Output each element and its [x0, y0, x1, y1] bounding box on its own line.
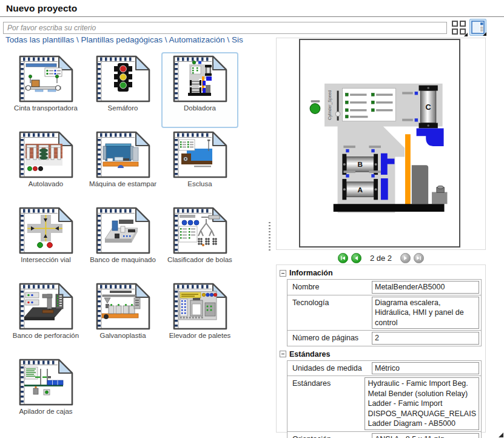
pager: 2 de 2 [276, 251, 486, 264]
breadcrumb-item-pedagogicas[interactable]: Plantillas pedagógicas [81, 35, 163, 44]
property-label: Orientación [287, 432, 370, 438]
template-label: Cinta transportadora [14, 104, 78, 113]
template-label: Semáforo [108, 104, 138, 113]
collapse-icon[interactable] [280, 351, 286, 357]
property-row-unidades: Unidades de medida Métrico [287, 361, 481, 377]
property-value-nombre[interactable]: MetalBenderAB5000 [372, 281, 479, 294]
section-header-estandares[interactable]: Estándares [280, 350, 482, 359]
preview-sheet: Cylinder_Speed C [299, 39, 460, 248]
first-page-button[interactable] [338, 253, 348, 263]
search-input[interactable] [3, 22, 447, 34]
template-label: Intersección vial [21, 255, 70, 264]
thumbnail-clasificador-bolas [171, 206, 229, 255]
details-view-button[interactable] [469, 19, 486, 36]
template-label: Dobladora [184, 104, 216, 113]
property-value-numero-paginas[interactable]: 2 [372, 332, 479, 345]
page-indicator: 2 de 2 [370, 254, 392, 263]
preview-panel: Cylinder_Speed C [276, 38, 486, 250]
property-value-estandares[interactable]: Hydraulic - Famic Import Beg. Metal Bend… [365, 377, 479, 430]
template-label: Máquina de estampar [89, 180, 156, 189]
thumbnail-autolavado [17, 130, 75, 179]
template-item-banco-de-perforacion[interactable]: Banco de perforación [7, 280, 84, 355]
property-label: Tecnología [287, 295, 370, 331]
breadcrumb-separator: \ [225, 35, 232, 44]
prev-page-icon [353, 255, 360, 261]
breadcrumb-item-sis[interactable]: Sis [232, 35, 243, 44]
template-grid: Cinta transportadora Semáforo [7, 52, 238, 431]
breadcrumb-separator: \ [74, 35, 81, 44]
template-item-semaforo[interactable]: Semáforo [84, 52, 161, 128]
template-item-interseccion-vial[interactable]: Intersección vial [7, 204, 84, 280]
property-label: Estándares [287, 376, 363, 431]
property-row-estandares: Estándares Hydraulic - Famic Import Beg.… [287, 376, 481, 432]
template-label: Clasificador de bolas [167, 255, 232, 264]
breadcrumb-item-todas[interactable]: Todas las plantillas [5, 35, 74, 44]
template-label: Esclusa [187, 180, 212, 189]
title-divider [0, 16, 504, 17]
template-item-elevador-de-paletes[interactable]: Elevador de paletes [161, 280, 238, 355]
thumbnail-apilador-cajas [17, 358, 75, 406]
property-value-orientacion[interactable]: ANSI A - 8.5 x 11 plg (Vertical) [372, 433, 479, 438]
template-label: Apilador de cajas [19, 407, 72, 416]
template-label: Banco de perforación [13, 331, 79, 340]
cylinder-b-label: B [357, 160, 362, 168]
preview-scene: Cylinder_Speed C [300, 40, 459, 246]
template-item-esclusa[interactable]: Esclusa [161, 128, 238, 204]
template-item-autolavado[interactable]: Autolavado [7, 128, 84, 204]
thumbnail-banco-maquinado [94, 206, 152, 255]
cylinder-a-label: A [357, 186, 363, 194]
collapse-icon[interactable] [280, 270, 286, 277]
thumbnail-interseccion-vial [17, 206, 75, 255]
section-title: Estándares [289, 350, 330, 359]
thumbnail-cinta-transportadora [17, 55, 75, 103]
template-label: Autolavado [29, 180, 64, 189]
breadcrumb-item-automatizacion[interactable]: Automatización [169, 35, 224, 44]
informacion-table: Nombre MetalBenderAB5000 Tecnología Diag… [287, 279, 482, 346]
property-row-numero-paginas: Número de páginas 2 [287, 331, 481, 346]
preview-and-properties-panel: Cylinder_Speed C [276, 38, 486, 433]
properties-panel: Información Nombre MetalBenderAB5000 Tec… [276, 264, 486, 433]
section-header-informacion[interactable]: Información [280, 269, 482, 277]
template-item-maquina-de-estampar[interactable]: Máquina de estampar [84, 128, 161, 204]
last-page-icon [415, 255, 422, 261]
property-value-unidades[interactable]: Métrico [372, 362, 479, 375]
thumbnail-banco-perforacion [17, 282, 75, 331]
template-label: Banco de maquinado [90, 255, 156, 264]
template-item-galvanoplastia[interactable]: Galvanoplastia [84, 280, 161, 355]
page-title: Nuevo proyecto [6, 3, 77, 14]
thumbnail-maquina-estampar [94, 130, 152, 179]
next-page-button[interactable] [400, 253, 411, 263]
first-page-icon [340, 255, 346, 261]
template-item-dobladora[interactable]: Dobladora [161, 52, 238, 128]
thumbnail-semaforo [94, 55, 152, 103]
template-item-cinta-transportadora[interactable]: Cinta transportadora [7, 52, 84, 128]
template-item-apilador-de-cajas[interactable]: Apilador de cajas [7, 355, 84, 431]
thumbnail-dobladora [171, 55, 229, 103]
splitter-handle[interactable] [269, 222, 270, 252]
breadcrumb-separator: \ [163, 35, 169, 44]
dropdown-corner-icon [464, 33, 468, 36]
thumbnail-galvanoplastia [94, 282, 152, 331]
property-row-nombre: Nombre MetalBenderAB5000 [287, 280, 481, 295]
grid-view-button[interactable] [451, 20, 467, 36]
property-label: Unidades de medida [287, 361, 370, 376]
next-page-icon [402, 255, 409, 261]
template-item-banco-de-maquinado[interactable]: Banco de maquinado [84, 204, 161, 280]
prev-page-button[interactable] [351, 253, 361, 263]
thumbnail-elevador-paletes [171, 282, 229, 331]
thumbnail-esclusa [171, 130, 229, 179]
template-label: Galvanoplastia [99, 331, 146, 340]
property-value-tecnologia[interactable]: Diagrama escalera, Hidráulica, HMI y pan… [372, 297, 479, 329]
slider-label: Cylinder_Speed [328, 90, 332, 120]
section-title: Información [289, 269, 333, 277]
resize-grip-icon[interactable] [499, 433, 503, 437]
template-item-clasificador-de-bolas[interactable]: Clasificador de bolas [161, 204, 238, 280]
breadcrumb: Todas las plantillas \ Plantillas pedagó… [5, 35, 272, 44]
estandares-table: Unidades de medida Métrico Estándares Hy… [287, 360, 482, 438]
property-row-orientacion: Orientación ANSI A - 8.5 x 11 plg (Verti… [287, 432, 481, 438]
dropdown-corner-icon [483, 32, 486, 36]
property-label: Número de páginas [287, 331, 370, 346]
cylinder-c-label: C [426, 103, 431, 112]
template-label: Elevador de paletes [169, 331, 231, 340]
last-page-button[interactable] [414, 253, 424, 263]
